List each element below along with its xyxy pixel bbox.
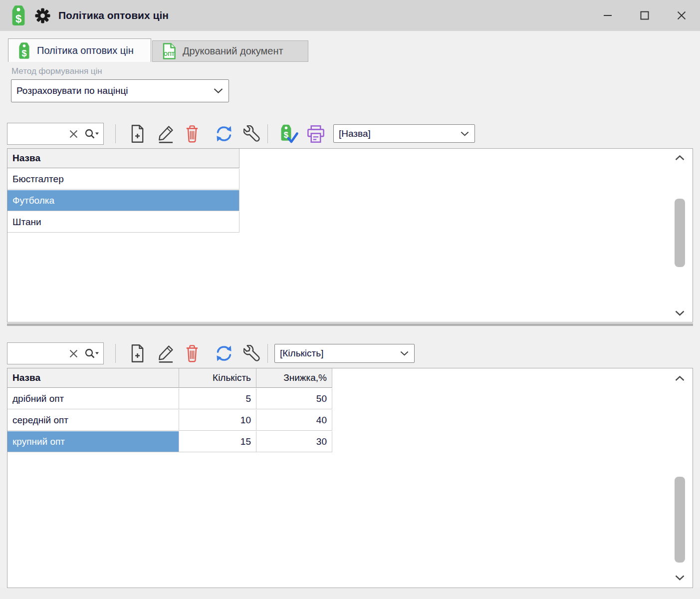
- search-input[interactable]: [10, 125, 60, 143]
- printer-icon: [306, 125, 326, 143]
- tab-price-policy[interactable]: $ Політика оптових цін: [8, 38, 151, 62]
- search-box: [7, 342, 104, 364]
- discount-cell[interactable]: 30: [256, 431, 332, 452]
- price-tag-icon: $: [10, 4, 27, 26]
- delete-button[interactable]: [181, 342, 204, 364]
- search-icon[interactable]: [84, 348, 99, 359]
- scroll-down-button[interactable]: [673, 572, 686, 584]
- wrench-icon: [243, 125, 261, 143]
- method-value: Розраховувати по націнці: [16, 85, 128, 96]
- chevron-down-icon: [675, 575, 685, 581]
- column-header-discount[interactable]: Знижка,%: [256, 368, 332, 388]
- product-cell[interactable]: Бюстгалтер: [7, 169, 239, 190]
- refresh-icon: [215, 125, 233, 143]
- chevron-down-icon: [675, 310, 685, 316]
- app-window: $ Політика оптових цін: [0, 0, 700, 599]
- scroll-up-button[interactable]: [673, 372, 686, 384]
- tab-label: Політика оптових цін: [37, 45, 134, 56]
- maximize-icon: [640, 11, 649, 20]
- print-button[interactable]: [304, 123, 327, 145]
- maximize-button[interactable]: [626, 0, 663, 31]
- discounts-panel: Назва Кількість Знижка,% дрібний опт 5 5…: [7, 368, 693, 588]
- tab-printed-document[interactable]: ОПТ Друкований документ: [152, 40, 308, 62]
- edit-pencil-icon: [156, 124, 175, 143]
- sort-field-select[interactable]: [Кількість]: [274, 344, 415, 363]
- search-icon[interactable]: [84, 128, 99, 140]
- apply-prices-button[interactable]: $: [277, 123, 300, 145]
- edit-pencil-icon: [156, 344, 175, 363]
- window-controls: [589, 0, 700, 31]
- discount-name-cell[interactable]: дрібний опт: [7, 388, 179, 409]
- table-row[interactable]: середній опт 10 40: [7, 410, 332, 431]
- refresh-icon: [215, 344, 233, 362]
- column-header-name[interactable]: Назва: [7, 368, 179, 388]
- table-row[interactable]: дрібний опт 5 50: [7, 388, 332, 409]
- table-row[interactable]: Бюстгалтер: [7, 169, 239, 190]
- add-document-icon: [129, 124, 146, 143]
- add-document-icon: [129, 344, 146, 363]
- window-title: Політика оптових цін: [58, 9, 169, 21]
- quantity-cell[interactable]: 10: [179, 410, 256, 431]
- chevron-up-icon: [675, 376, 685, 381]
- search-input[interactable]: [10, 344, 60, 362]
- minimize-icon: [604, 14, 612, 16]
- scroll-up-button[interactable]: [673, 152, 686, 164]
- discount-cell[interactable]: 50: [256, 388, 332, 409]
- discount-cell[interactable]: 40: [256, 410, 332, 431]
- title-bar: $ Політика оптових цін: [0, 0, 700, 31]
- window-bottom-edge: [0, 588, 700, 599]
- opt-document-icon: ОПТ: [162, 42, 177, 60]
- table-row[interactable]: Штани: [7, 212, 239, 233]
- gear-icon: [35, 8, 50, 23]
- edit-button[interactable]: [154, 342, 177, 364]
- clear-search-icon[interactable]: [69, 129, 78, 139]
- tab-label: Друкований документ: [183, 45, 283, 57]
- refresh-button[interactable]: [213, 123, 235, 145]
- column-header-quantity[interactable]: Кількість: [179, 368, 256, 388]
- scroll-down-button[interactable]: [673, 307, 686, 319]
- toolbar-separator: [115, 124, 116, 143]
- quantity-cell[interactable]: 15: [179, 431, 256, 452]
- chevron-up-icon: [675, 155, 685, 161]
- method-label: Метод формування цін: [11, 66, 102, 76]
- quantity-cell[interactable]: 5: [179, 388, 256, 409]
- sort-field-value: [Назва]: [339, 128, 371, 139]
- price-tag-icon: $: [17, 41, 31, 60]
- trash-icon: [184, 124, 201, 143]
- clear-search-icon[interactable]: [69, 349, 78, 358]
- wrench-icon: [243, 345, 261, 362]
- toolbar-separator: [267, 344, 268, 363]
- products-panel: Назва Бюстгалтер Футболка Штани: [7, 148, 693, 322]
- search-box: [7, 123, 104, 145]
- product-cell[interactable]: Футболка: [7, 190, 239, 211]
- scrollbar-thumb[interactable]: [675, 199, 685, 267]
- tag-glyph: $: [15, 12, 21, 25]
- close-button[interactable]: [663, 0, 700, 31]
- add-button[interactable]: [126, 342, 149, 364]
- column-header-name[interactable]: Назва: [7, 149, 239, 168]
- toolbar-separator: [115, 344, 116, 363]
- price-tag-check-icon: $: [278, 123, 299, 144]
- opt-label: ОПТ: [164, 51, 175, 57]
- table-row-selected[interactable]: крупний опт 15 30: [7, 431, 332, 452]
- add-button[interactable]: [126, 123, 149, 145]
- delete-button[interactable]: [181, 123, 204, 145]
- settings-button[interactable]: [240, 123, 263, 145]
- chevron-down-icon: [400, 351, 409, 356]
- close-icon: [677, 11, 686, 20]
- edit-button[interactable]: [154, 123, 177, 145]
- trash-icon: [184, 344, 201, 363]
- discount-name-cell[interactable]: середній опт: [7, 410, 179, 431]
- table-row-selected[interactable]: Футболка: [7, 190, 239, 211]
- tag-glyph: $: [21, 48, 26, 58]
- chevron-down-icon: [461, 131, 469, 136]
- discount-name-cell[interactable]: крупний опт: [7, 431, 179, 452]
- scrollbar-thumb[interactable]: [675, 477, 685, 563]
- product-cell[interactable]: Штани: [7, 212, 239, 233]
- sort-field-select[interactable]: [Назва]: [333, 124, 475, 143]
- method-select[interactable]: Розраховувати по націнці: [11, 79, 229, 102]
- splitter-handle[interactable]: [7, 323, 693, 326]
- settings-button[interactable]: [240, 342, 263, 364]
- refresh-button[interactable]: [213, 342, 235, 364]
- minimize-button[interactable]: [589, 0, 626, 31]
